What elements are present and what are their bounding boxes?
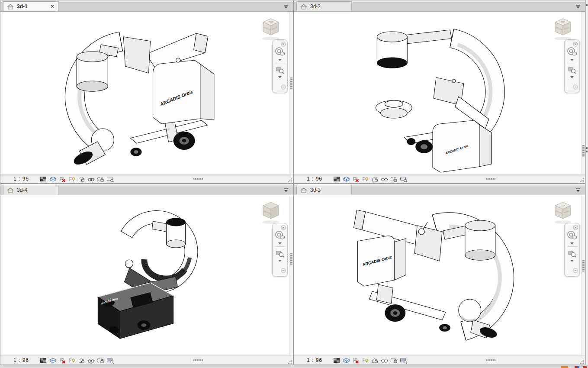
visual-style-icon[interactable] <box>49 357 57 364</box>
detail-level-icon[interactable] <box>333 357 341 364</box>
close-circle-icon <box>281 225 286 230</box>
full-navigation-wheel-button[interactable] <box>566 47 578 58</box>
tab-list-dropdown-button[interactable] <box>283 187 289 193</box>
crop-region-icon[interactable] <box>390 357 398 364</box>
navbar-minimize-button[interactable] <box>573 267 578 275</box>
wheel-options-button[interactable] <box>570 59 574 61</box>
resize-grip[interactable] <box>288 360 292 364</box>
navbar-minimize-button[interactable] <box>281 84 286 91</box>
sun-path-icon[interactable] <box>352 175 360 183</box>
navbar-close-button[interactable] <box>281 224 286 229</box>
navbar-minimize-button[interactable] <box>281 267 286 275</box>
vertical-scrollbar-thumb[interactable] <box>582 260 585 272</box>
drawing-area-3d-1[interactable]: ARCADIS Orbic TOP FRONT RIGHT <box>0 12 293 174</box>
temporary-view-properties-icon[interactable] <box>399 357 408 364</box>
zoom-region-button[interactable] <box>567 65 577 75</box>
chevron-down-icon <box>278 76 282 78</box>
full-navigation-wheel-button[interactable] <box>274 47 286 58</box>
close-tab-icon[interactable]: ✕ <box>50 4 55 9</box>
lighting-icon[interactable] <box>361 357 370 364</box>
viewcube[interactable]: TOP FRONT RIGHT <box>551 15 575 41</box>
sun-path-icon[interactable] <box>58 357 67 364</box>
zoom-options-button[interactable] <box>278 260 282 262</box>
horizontal-scrollbar-thumb[interactable] <box>193 178 203 180</box>
temporary-view-properties-icon[interactable] <box>106 175 114 183</box>
zoom-region-button[interactable] <box>275 249 285 259</box>
temporary-view-properties-icon[interactable] <box>399 175 408 183</box>
scale-button[interactable]: 1 : 96 <box>307 357 322 363</box>
crop-region-icon[interactable] <box>390 175 398 183</box>
zoom-region-button[interactable] <box>275 65 285 75</box>
tab-list-dropdown-button[interactable] <box>575 187 582 193</box>
wheel-options-button[interactable] <box>278 59 282 61</box>
visual-style-icon[interactable] <box>342 357 350 364</box>
lighting-icon[interactable] <box>68 175 76 183</box>
vertical-scrollbar[interactable] <box>289 195 293 355</box>
horizontal-scrollbar-thumb[interactable] <box>193 359 203 361</box>
view-window-3d-2: 3d-2 <box>293 0 585 184</box>
minimize-circle-icon <box>573 268 578 273</box>
lighting-icon[interactable] <box>68 357 76 364</box>
sun-path-icon[interactable] <box>352 357 360 364</box>
full-navigation-wheel-button[interactable] <box>566 230 578 242</box>
temporary-hide-isolate-icon[interactable] <box>380 357 389 364</box>
scale-button[interactable]: 1 : 96 <box>307 176 322 182</box>
temporary-hide-isolate-icon[interactable] <box>380 175 389 183</box>
visual-style-icon[interactable] <box>49 175 57 183</box>
crop-region-icon[interactable] <box>96 175 105 183</box>
detail-level-icon[interactable] <box>39 357 48 364</box>
horizontal-scrollbar-thumb[interactable] <box>486 178 495 180</box>
zoom-options-button[interactable] <box>570 76 574 78</box>
full-navigation-wheel-button[interactable] <box>274 230 286 242</box>
drawing-area-3d-3[interactable]: ARCADIS Orbic TOP FRONT RIGHT <box>294 195 585 355</box>
sun-path-icon[interactable] <box>58 175 67 183</box>
tab-3d-4[interactable]: 3d-4 <box>3 185 58 195</box>
navbar-close-button[interactable] <box>573 41 578 46</box>
resize-grip[interactable] <box>580 178 584 182</box>
temporary-view-properties-icon[interactable] <box>106 357 114 364</box>
tab-bar: 3d-2 <box>294 0 585 12</box>
navbar-close-button[interactable] <box>281 41 286 46</box>
scale-button[interactable]: 1 : 96 <box>13 176 29 182</box>
drawing-area-3d-2[interactable]: ARCADIS Orbic TOP FRONT RIGHT <box>294 12 585 174</box>
horizontal-scrollbar-thumb[interactable] <box>486 359 495 361</box>
locked-3d-view-icon[interactable] <box>77 357 86 364</box>
crop-region-icon[interactable] <box>96 357 105 364</box>
zoom-options-button[interactable] <box>570 260 574 262</box>
wheel-options-button[interactable] <box>278 242 282 245</box>
tab-list-dropdown-button[interactable] <box>283 4 289 9</box>
locked-3d-view-icon[interactable] <box>371 357 379 364</box>
resize-grip[interactable] <box>580 360 584 364</box>
resize-grip[interactable] <box>288 178 292 182</box>
vertical-scrollbar-thumb[interactable] <box>290 77 292 90</box>
locked-3d-view-icon[interactable] <box>371 175 379 183</box>
vertical-scrollbar-thumb[interactable] <box>582 145 585 157</box>
tab-list-dropdown-button[interactable] <box>575 4 582 9</box>
temporary-hide-isolate-icon[interactable] <box>87 175 95 183</box>
lighting-icon[interactable] <box>361 175 370 183</box>
tab-3d-1[interactable]: 3d-1 ✕ <box>3 1 58 11</box>
detail-level-icon[interactable] <box>333 175 341 183</box>
zoom-options-button[interactable] <box>278 76 282 78</box>
vertical-scrollbar[interactable] <box>581 12 585 174</box>
tab-3d-2[interactable]: 3d-2 <box>296 1 352 11</box>
vertical-scrollbar[interactable] <box>581 195 585 355</box>
scale-button[interactable]: 1 : 96 <box>13 357 29 363</box>
visual-style-icon[interactable] <box>342 175 350 183</box>
drawing-area-3d-4[interactable]: ARCADIS Orbic BOTTOM <box>0 195 293 355</box>
navbar-close-button[interactable] <box>573 224 578 229</box>
close-circle-icon <box>281 42 286 47</box>
viewcube[interactable]: TOP FRONT RIGHT <box>551 199 575 225</box>
locked-3d-view-icon[interactable] <box>77 175 86 183</box>
vertical-scrollbar-thumb[interactable] <box>290 253 292 265</box>
detail-level-icon[interactable] <box>39 175 48 183</box>
viewcube[interactable]: BOTTOM <box>259 199 283 225</box>
minimize-circle-icon <box>573 84 578 90</box>
wheel-options-button[interactable] <box>570 242 574 245</box>
viewcube[interactable]: TOP FRONT RIGHT <box>259 15 283 41</box>
vertical-scrollbar[interactable] <box>289 12 293 174</box>
zoom-region-button[interactable] <box>567 249 577 259</box>
navbar-minimize-button[interactable] <box>573 84 578 91</box>
tab-3d-3[interactable]: 3d-3 <box>296 185 352 195</box>
temporary-hide-isolate-icon[interactable] <box>87 357 95 364</box>
